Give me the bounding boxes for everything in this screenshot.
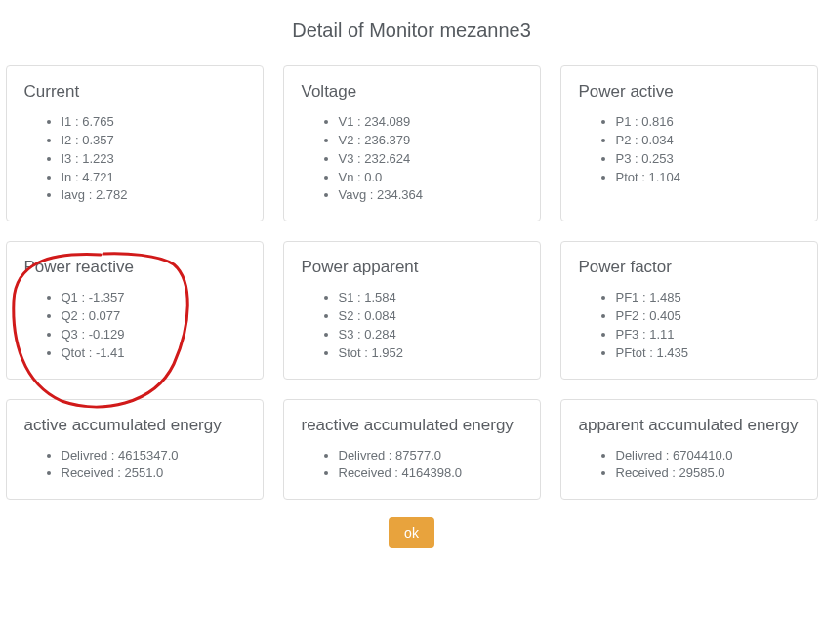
list-item: Q2 : 0.077 xyxy=(62,307,245,326)
list-item: Q3 : -0.129 xyxy=(62,326,245,344)
button-row: ok xyxy=(0,517,823,548)
list-item: Vn : 0.0 xyxy=(339,169,522,187)
card-title: Voltage xyxy=(302,82,522,101)
card-power-factor: Power factor PF1 : 1.485 PF2 : 0.405 PF3… xyxy=(560,241,818,379)
card-title: active accumulated energy xyxy=(24,416,245,435)
list-item: V2 : 236.379 xyxy=(339,132,522,150)
list-item: V1 : 234.089 xyxy=(339,113,522,132)
list-item: Iavg : 2.782 xyxy=(62,186,245,205)
list-item: PF2 : 0.405 xyxy=(616,307,800,326)
list-item: Qtot : -1.41 xyxy=(62,344,245,363)
list-item: I3 : 1.223 xyxy=(62,150,245,169)
list-item: I1 : 6.765 xyxy=(62,113,245,132)
list-item: S1 : 1.584 xyxy=(339,289,522,307)
card-apparent-accumulated: apparent accumulated energy Delivred : 6… xyxy=(560,399,818,501)
page-title: Detail of Monitor mezanne3 xyxy=(0,0,823,65)
list-item: Ptot : 1.104 xyxy=(616,169,800,187)
list-item: S3 : 0.284 xyxy=(339,326,522,344)
card-list: PF1 : 1.485 PF2 : 0.405 PF3 : 1.11 PFtot… xyxy=(579,289,800,362)
card-list: Delivred : 87577.0 Received : 4164398.0 xyxy=(302,447,522,484)
card-list: Delivred : 6704410.0 Received : 29585.0 xyxy=(579,447,800,484)
card-power-apparent: Power apparent S1 : 1.584 S2 : 0.084 S3 … xyxy=(283,241,541,379)
list-item: PF1 : 1.485 xyxy=(616,289,800,307)
list-item: Vavg : 234.364 xyxy=(339,186,522,205)
list-item: P3 : 0.253 xyxy=(616,150,800,169)
card-title: reactive accumulated energy xyxy=(302,416,522,435)
card-power-active: Power active P1 : 0.816 P2 : 0.034 P3 : … xyxy=(560,65,818,221)
list-item: Delivred : 6704410.0 xyxy=(616,447,800,465)
card-list: V1 : 234.089 V2 : 236.379 V3 : 232.624 V… xyxy=(302,113,522,205)
card-list: I1 : 6.765 I2 : 0.357 I3 : 1.223 In : 4.… xyxy=(24,113,245,205)
list-item: V3 : 232.624 xyxy=(339,150,522,169)
card-reactive-accumulated: reactive accumulated energy Delivred : 8… xyxy=(283,399,541,501)
card-title: Power reactive xyxy=(24,258,245,277)
cards-grid: Current I1 : 6.765 I2 : 0.357 I3 : 1.223… xyxy=(0,65,823,500)
card-title: Current xyxy=(24,82,245,101)
card-list: Delivred : 4615347.0 Received : 2551.0 xyxy=(24,447,245,484)
list-item: PF3 : 1.11 xyxy=(616,326,800,344)
card-voltage: Voltage V1 : 234.089 V2 : 236.379 V3 : 2… xyxy=(283,65,541,221)
list-item: Q1 : -1.357 xyxy=(62,289,245,307)
list-item: Received : 4164398.0 xyxy=(339,464,522,483)
list-item: PFtot : 1.435 xyxy=(616,344,800,363)
card-list: P1 : 0.816 P2 : 0.034 P3 : 0.253 Ptot : … xyxy=(579,113,800,186)
card-active-accumulated: active accumulated energy Delivred : 461… xyxy=(6,399,264,501)
card-title: Power apparent xyxy=(302,258,522,277)
list-item: P1 : 0.816 xyxy=(616,113,800,132)
list-item: In : 4.721 xyxy=(62,169,245,187)
card-title: apparent accumulated energy xyxy=(579,416,800,435)
list-item: Received : 2551.0 xyxy=(62,464,245,483)
card-current: Current I1 : 6.765 I2 : 0.357 I3 : 1.223… xyxy=(6,65,264,221)
card-title: Power factor xyxy=(579,258,800,277)
list-item: I2 : 0.357 xyxy=(62,132,245,150)
card-list: Q1 : -1.357 Q2 : 0.077 Q3 : -0.129 Qtot … xyxy=(24,289,245,362)
card-power-reactive: Power reactive Q1 : -1.357 Q2 : 0.077 Q3… xyxy=(6,241,264,379)
list-item: S2 : 0.084 xyxy=(339,307,522,326)
list-item: P2 : 0.034 xyxy=(616,132,800,150)
list-item: Received : 29585.0 xyxy=(616,464,800,483)
ok-button[interactable]: ok xyxy=(389,517,434,548)
card-title: Power active xyxy=(579,82,800,101)
list-item: Delivred : 4615347.0 xyxy=(62,447,245,465)
list-item: Stot : 1.952 xyxy=(339,344,522,363)
list-item: Delivred : 87577.0 xyxy=(339,447,522,465)
card-list: S1 : 1.584 S2 : 0.084 S3 : 0.284 Stot : … xyxy=(302,289,522,362)
